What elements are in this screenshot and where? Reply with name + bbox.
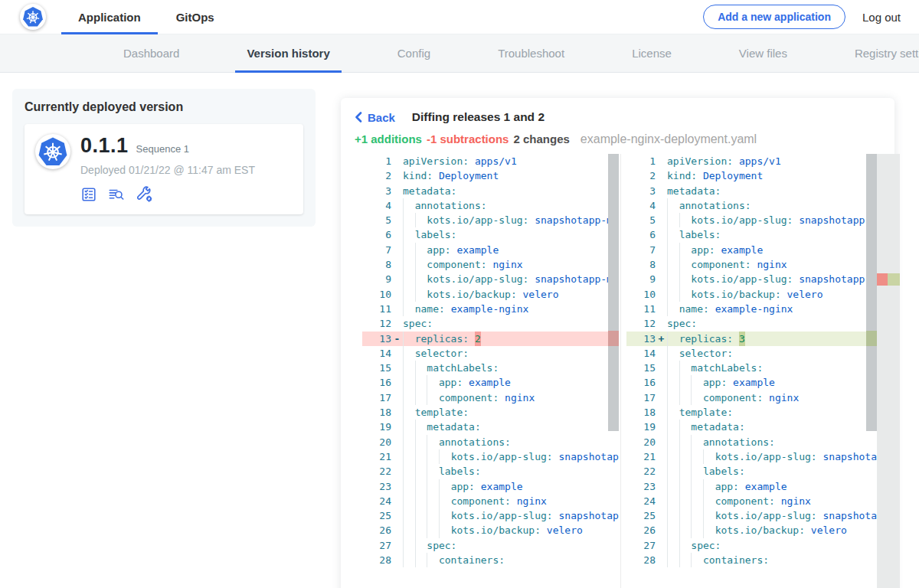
- yaml-value: example: [733, 375, 775, 390]
- diff-marker: [656, 287, 667, 302]
- diff-marker: [656, 538, 667, 553]
- subnav-tab-registry-settings[interactable]: Registry settings: [843, 34, 919, 73]
- diff-line: 11name: example-nginx: [362, 302, 619, 316]
- diff-line: 4annotations:: [626, 198, 900, 213]
- diff-marker: [391, 213, 403, 227]
- yaml-key: template:: [679, 405, 733, 420]
- subnav-tab-config[interactable]: Config: [386, 34, 442, 73]
- indent-guides: [667, 449, 715, 464]
- diff-overview-ruler[interactable]: [877, 154, 900, 588]
- diff-marker: [656, 553, 667, 567]
- diff-marker: [391, 405, 403, 420]
- line-number: 18: [626, 405, 656, 420]
- yaml-key: kots.io/app-slug:: [451, 508, 553, 523]
- additions-count: +1 additions: [355, 132, 422, 145]
- subnav-tab-view-files[interactable]: View files: [728, 34, 799, 73]
- indent-guides: [403, 405, 415, 420]
- diff-line: 17component: nginx: [626, 390, 900, 405]
- diff-pane-left[interactable]: 1apiVersion: apps/v12kind: Deployment3me…: [362, 154, 619, 588]
- indent-guides: [667, 390, 703, 405]
- diff-marker: [391, 390, 403, 405]
- subnav-tab-license[interactable]: License: [620, 34, 683, 73]
- yaml-key: kots.io/backup:: [451, 523, 541, 537]
- release-notes-button[interactable]: [80, 186, 97, 203]
- line-number: 4: [362, 198, 391, 213]
- yaml-value: apps/v1: [739, 154, 781, 168]
- diff-line: 9kots.io/app-slug: snapshotapp-mu: [362, 272, 619, 286]
- diff-marker: [391, 508, 403, 523]
- diff-marker: [656, 375, 667, 390]
- yaml-key: kots.io/app-slug:: [427, 213, 528, 227]
- line-number: 23: [362, 479, 391, 494]
- yaml-key: labels:: [439, 464, 481, 479]
- indent-guides: [667, 420, 691, 434]
- line-number: 11: [626, 302, 656, 316]
- right-scrollbar-thumb[interactable]: [866, 154, 877, 431]
- space: [487, 257, 493, 272]
- space: [697, 168, 703, 183]
- line-number: 27: [626, 538, 656, 553]
- yaml-key: labels:: [415, 227, 457, 242]
- subnav-tab-dashboard[interactable]: Dashboard: [112, 34, 191, 73]
- space: [528, 272, 535, 286]
- indent-guides: [403, 361, 427, 375]
- diff-line: 7app: example: [626, 243, 900, 257]
- space: [733, 332, 739, 346]
- line-number: 16: [362, 375, 391, 390]
- diff-marker: [656, 316, 667, 331]
- topnav-tab-application[interactable]: Application: [72, 0, 147, 34]
- add-application-button[interactable]: Add a new application: [703, 5, 845, 29]
- line-number: 15: [362, 361, 391, 375]
- diff-marker: [391, 361, 403, 375]
- line-number: 17: [362, 390, 391, 405]
- line-number: 22: [626, 464, 656, 479]
- yaml-key: kind:: [403, 168, 433, 183]
- line-number: 16: [626, 375, 656, 390]
- diff-marker: [656, 420, 667, 434]
- yaml-key: kots.io/app-slug:: [715, 508, 817, 523]
- space: [475, 479, 481, 494]
- space: [817, 508, 823, 523]
- diff-pane-right[interactable]: 1apiVersion: apps/v12kind: Deployment3me…: [626, 154, 900, 588]
- diff-line: 27spec:: [362, 538, 619, 553]
- indent-guides: [667, 361, 691, 375]
- line-number: 20: [626, 435, 656, 449]
- yaml-key: component:: [427, 257, 486, 272]
- yaml-value: velero: [787, 287, 823, 302]
- yaml-value: example: [745, 479, 787, 494]
- left-scrollbar-thumb[interactable]: [608, 154, 619, 431]
- diff-marker: [656, 508, 667, 523]
- yaml-value: example: [456, 243, 499, 257]
- diff-line: 26kots.io/backup: velero: [362, 523, 619, 537]
- yaml-key: component:: [703, 390, 763, 405]
- edit-config-button[interactable]: [136, 185, 154, 204]
- indent-guides: [403, 523, 451, 537]
- space: [817, 449, 823, 464]
- space: [793, 213, 799, 227]
- yaml-key: component:: [451, 494, 511, 508]
- indent-guides: [403, 390, 439, 405]
- yaml-value: snapshotapp-mu: [535, 213, 619, 227]
- line-number: 28: [626, 553, 656, 567]
- yaml-key: kind:: [667, 168, 697, 183]
- yaml-value: velero: [523, 287, 559, 302]
- diff-line: 18template:: [362, 405, 619, 420]
- subnav-tab-troubleshoot[interactable]: Troubleshoot: [486, 34, 576, 73]
- diff-marker: [391, 316, 403, 331]
- yaml-key: labels:: [679, 227, 721, 242]
- diff-marker: [391, 184, 403, 198]
- yaml-key: apiVersion:: [667, 154, 733, 168]
- topnav-tab-gitops[interactable]: GitOps: [170, 0, 221, 34]
- yaml-key: annotations:: [439, 435, 511, 449]
- line-number: 24: [626, 494, 656, 508]
- yaml-value: snapshotapp-mu: [535, 272, 619, 286]
- indent-guides: [667, 332, 679, 346]
- yaml-value: velero: [811, 523, 847, 537]
- view-logs-button[interactable]: [107, 186, 126, 203]
- logout-button[interactable]: Log out: [862, 11, 901, 24]
- subnav-tab-version-history[interactable]: Version history: [235, 34, 341, 73]
- back-button[interactable]: Back: [355, 111, 395, 124]
- yaml-key: selector:: [415, 346, 469, 361]
- line-number: 25: [626, 508, 656, 523]
- indent-guides: [667, 272, 691, 286]
